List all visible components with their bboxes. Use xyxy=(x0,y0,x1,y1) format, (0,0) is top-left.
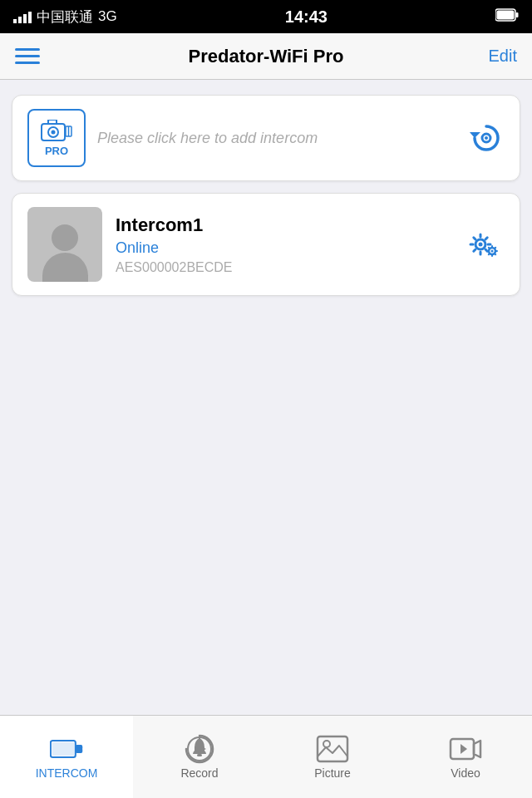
status-bar: 中国联通 3G 14:43 xyxy=(0,0,532,33)
svg-line-23 xyxy=(474,249,475,251)
tab-bar: INTERCOM Record Picture xyxy=(0,715,532,798)
svg-line-22 xyxy=(485,238,487,239)
avatar-head xyxy=(52,224,78,251)
tab-video-label: Video xyxy=(451,766,480,780)
svg-line-20 xyxy=(474,238,475,239)
pro-logo: PRO xyxy=(27,109,86,167)
avatar xyxy=(27,207,102,282)
signal-icon xyxy=(13,10,32,23)
settings-icon[interactable] xyxy=(463,224,505,265)
avatar-body xyxy=(42,253,88,282)
tab-picture-label: Picture xyxy=(314,766,351,780)
camera-icon xyxy=(41,120,72,143)
add-intercom-card[interactable]: PRO Please click here to add intercom xyxy=(12,95,520,181)
menu-button[interactable] xyxy=(15,48,57,64)
pro-label: PRO xyxy=(45,145,68,157)
svg-point-43 xyxy=(323,741,330,747)
main-content: PRO Please click here to add intercom In… xyxy=(0,80,532,311)
svg-line-33 xyxy=(489,254,490,254)
time-label: 14:43 xyxy=(285,7,328,27)
tab-intercom-label: INTERCOM xyxy=(36,766,98,780)
svg-point-13 xyxy=(485,136,488,140)
hamburger-icon[interactable] xyxy=(15,48,57,64)
svg-rect-42 xyxy=(318,736,347,761)
tab-record-label: Record xyxy=(180,766,218,780)
svg-rect-1 xyxy=(516,12,519,17)
svg-point-15 xyxy=(479,243,483,247)
tab-intercom[interactable]: INTERCOM xyxy=(0,716,133,798)
page-title: Predator-WiFi Pro xyxy=(57,46,475,67)
video-tab-icon xyxy=(449,735,482,763)
intercom-name: Intercom1 xyxy=(116,214,450,236)
picture-tab-icon xyxy=(316,735,349,763)
svg-rect-35 xyxy=(52,741,75,756)
tab-picture[interactable]: Picture xyxy=(266,716,399,798)
intercom-id: AES000002BECDE xyxy=(116,260,450,275)
svg-line-30 xyxy=(489,248,490,249)
svg-marker-45 xyxy=(474,741,480,757)
svg-point-8 xyxy=(52,130,56,134)
svg-rect-40 xyxy=(197,754,202,756)
svg-rect-2 xyxy=(497,10,515,19)
svg-point-25 xyxy=(491,250,494,253)
intercom-info: Intercom1 Online AES000002BECDE xyxy=(116,214,450,275)
tab-record[interactable]: Record xyxy=(133,716,266,798)
refresh-icon xyxy=(468,120,505,156)
intercom-status: Online xyxy=(116,239,450,257)
intercom-tab-icon xyxy=(50,735,83,763)
edit-button[interactable]: Edit xyxy=(489,47,517,66)
svg-line-32 xyxy=(495,248,495,249)
svg-marker-46 xyxy=(461,744,467,754)
carrier-label: 中国联通 xyxy=(37,7,93,27)
battery-icon xyxy=(495,8,519,26)
network-label: 3G xyxy=(98,8,117,25)
svg-rect-36 xyxy=(76,745,82,753)
nav-bar: Predator-WiFi Pro Edit xyxy=(0,33,532,80)
record-tab-icon xyxy=(183,735,216,763)
intercom-card[interactable]: Intercom1 Online AES000002BECDE xyxy=(12,193,520,296)
status-left: 中国联通 3G xyxy=(13,7,117,27)
add-intercom-text: Please click here to add intercom xyxy=(97,130,456,147)
tab-video[interactable]: Video xyxy=(399,716,532,798)
svg-marker-11 xyxy=(470,132,480,138)
svg-line-31 xyxy=(495,254,495,254)
